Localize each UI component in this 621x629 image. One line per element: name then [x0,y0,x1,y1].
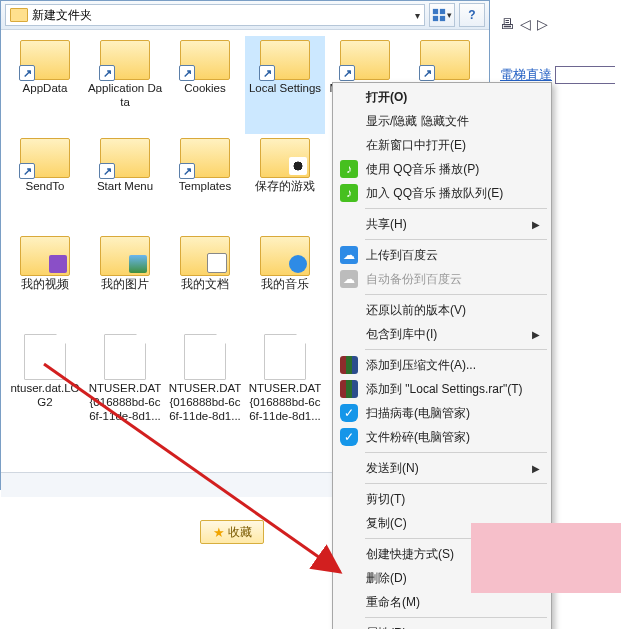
cm-add-archive[interactable]: 添加到压缩文件(A)... [335,353,549,377]
file-item[interactable]: NTUSER.DAT{016888bd-6c6f-11de-8d1... [85,330,165,428]
folder-icon: ↗ [340,40,390,80]
cm-cut[interactable]: 剪切(T) [335,487,549,511]
file-item[interactable]: NTUSER.DAT{016888bd-6c6f-11de-8d1... [165,330,245,428]
folder-icon [180,236,230,276]
shortcut-badge-icon: ↗ [99,163,115,179]
shortcut-badge-icon: ↗ [179,65,195,81]
cm-show-hide[interactable]: 显示/隐藏 隐藏文件 [335,109,549,133]
baidu-cloud-icon: ☁ [340,270,358,288]
shortcut-badge-icon: ↗ [419,65,435,81]
next-icon[interactable]: ▷ [537,8,548,42]
cm-file-shred[interactable]: ✓文件粉碎(电脑管家) [335,425,549,449]
file-label: 我的视频 [7,278,83,292]
file-label: NTUSER.DAT{016888bd-6c6f-11de-8d1... [87,382,163,423]
overlay-icon [49,255,67,273]
file-item[interactable]: 我的文档 [165,232,245,330]
view-button[interactable]: ▾ [429,3,455,27]
baidu-cloud-icon: ☁ [340,246,358,264]
cm-properties[interactable]: 属性(R) [335,621,549,629]
folder-icon: ↗ [180,138,230,178]
qqmusic-icon: ♪ [340,184,358,202]
star-icon: ★ [213,525,225,540]
pink-overlay [471,523,621,593]
file-icon [24,334,66,380]
file-label: NTUSER.DAT{016888bd-6c6f-11de-8d1... [167,382,243,423]
file-item[interactable]: 我的视频 [5,232,85,330]
cm-scan-virus[interactable]: ✓扫描病毒(电脑管家) [335,401,549,425]
shortcut-badge-icon: ↗ [179,163,195,179]
print-icon[interactable]: 🖶 [500,8,514,42]
cm-upload-baidu[interactable]: ☁上传到百度云 [335,243,549,267]
svg-rect-1 [440,9,445,14]
svg-rect-3 [440,16,445,21]
file-item[interactable]: ↗Start Menu [85,134,165,232]
submenu-arrow-icon: ▶ [532,463,540,474]
winrar-icon [340,356,358,374]
file-item[interactable]: ntuser.dat.LOG2 [5,330,85,428]
prev-icon[interactable]: ◁ [520,8,531,42]
folder-icon [100,236,150,276]
file-label: 我的文档 [167,278,243,292]
folder-icon [20,236,70,276]
overlay-icon [129,255,147,273]
shortcut-badge-icon: ↗ [19,65,35,81]
winrar-icon [340,380,358,398]
cm-rename[interactable]: 重命名(M) [335,590,549,614]
file-item[interactable]: 保存的游戏 [245,134,325,232]
floor-input[interactable] [555,66,615,84]
cm-open[interactable]: 打开(O) [335,85,549,109]
cm-share[interactable]: 共享(H)▶ [335,212,549,236]
file-item[interactable]: ↗SendTo [5,134,85,232]
overlay-icon [289,157,307,175]
file-icon [104,334,146,380]
cm-qq-enqueue[interactable]: ♪加入 QQ音乐 播放队列(E) [335,181,549,205]
overlay-icon [207,253,227,273]
file-item[interactable]: ↗Cookies [165,36,245,134]
favorite-button[interactable]: ★ 收藏 [200,520,264,544]
file-item[interactable]: ↗Templates [165,134,245,232]
file-item[interactable]: 我的音乐 [245,232,325,330]
cm-open-new-window[interactable]: 在新窗口中打开(E) [335,133,549,157]
shortcut-badge-icon: ↗ [259,65,275,81]
file-label: Cookies [167,82,243,96]
file-label: Templates [167,180,243,194]
folder-icon [260,236,310,276]
file-item[interactable]: NTUSER.DAT{016888bd-6c6f-11de-8d1... [245,330,325,428]
file-label: Local Settings [247,82,323,96]
file-label: ntuser.dat.LOG2 [7,382,83,410]
file-item[interactable]: ↗Application Data [85,36,165,134]
shortcut-badge-icon: ↗ [99,65,115,81]
file-label: Application Data [87,82,163,110]
folder-icon: ↗ [20,138,70,178]
file-label: 我的音乐 [247,278,323,292]
folder-icon [260,138,310,178]
file-item[interactable]: ↗Local Settings [245,36,325,134]
folder-icon: ↗ [100,40,150,80]
cm-restore-previous[interactable]: 还原以前的版本(V) [335,298,549,322]
cm-include-library[interactable]: 包含到库中(I)▶ [335,322,549,346]
help-button[interactable]: ? [459,3,485,27]
breadcrumb-label: 新建文件夹 [32,7,92,24]
file-label: NTUSER.DAT{016888bd-6c6f-11de-8d1... [247,382,323,423]
file-label: 我的图片 [87,278,163,292]
elevator-label[interactable]: 電梯直達 [500,68,552,82]
cm-add-to-rar[interactable]: 添加到 "Local Settings.rar"(T) [335,377,549,401]
submenu-arrow-icon: ▶ [532,219,540,230]
file-item[interactable]: 我的图片 [85,232,165,330]
file-label: 保存的游戏 [247,180,323,194]
file-label: AppData [7,82,83,96]
svg-rect-0 [433,9,438,14]
breadcrumb[interactable]: 新建文件夹 ▾ [5,4,425,26]
favorite-label: 收藏 [228,524,252,541]
cm-qq-play[interactable]: ♪使用 QQ音乐 播放(P) [335,157,549,181]
folder-icon: ↗ [100,138,150,178]
qqmusic-icon: ♪ [340,160,358,178]
file-label: Start Menu [87,180,163,194]
folder-icon [10,8,28,22]
cm-send-to[interactable]: 发送到(N)▶ [335,456,549,480]
file-icon [184,334,226,380]
cm-backup-baidu: ☁自动备份到百度云 [335,267,549,291]
file-item[interactable]: ↗AppData [5,36,85,134]
shortcut-badge-icon: ↗ [339,65,355,81]
chevron-down-icon[interactable]: ▾ [415,10,420,21]
